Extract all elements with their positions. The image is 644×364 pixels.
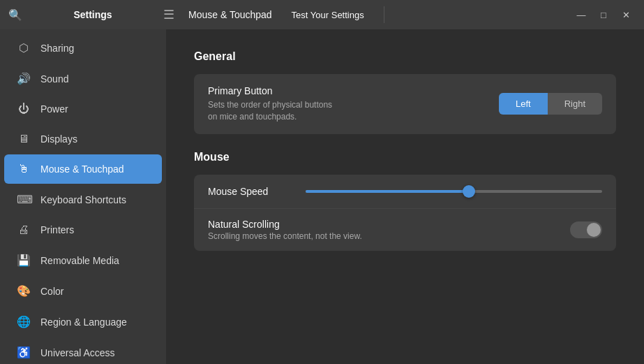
- close-button[interactable]: ✕: [616, 5, 636, 24]
- sidebar-item-sound[interactable]: 🔊Sound: [4, 64, 162, 94]
- natural-scrolling-info: Natural Scrolling Scrolling moves the co…: [208, 219, 570, 241]
- primary-button-label: Primary Button: [208, 85, 485, 96]
- displays-label: Displays: [40, 133, 77, 145]
- color-label: Color: [40, 286, 63, 297]
- maximize-button[interactable]: □: [594, 5, 613, 24]
- right-button[interactable]: Right: [548, 93, 602, 115]
- titlebar-left: 🔍 Settings ☰: [8, 7, 174, 22]
- sidebar-item-universal-access[interactable]: ♿Universal Access: [4, 337, 162, 364]
- primary-button-card: Primary Button Sets the order of physica…: [194, 74, 616, 134]
- sidebar-item-region-language[interactable]: 🌐Region & Language: [4, 307, 162, 337]
- sidebar: ⬡Sharing🔊Sound⏻Power🖥Displays🖱Mouse & To…: [0, 29, 166, 364]
- keyboard-shortcuts-icon: ⌨: [17, 193, 31, 206]
- minimize-button[interactable]: —: [571, 5, 591, 24]
- main-layout: ⬡Sharing🔊Sound⏻Power🖥Displays🖱Mouse & To…: [0, 29, 644, 364]
- sidebar-item-color[interactable]: 🎨Color: [4, 276, 162, 306]
- mouse-card: Mouse Speed Natural Scrolling Scrolling …: [194, 175, 616, 251]
- primary-button-toggle: Left Right: [499, 93, 602, 115]
- printers-icon: 🖨: [17, 224, 31, 236]
- toggle-knob: [587, 223, 601, 237]
- sidebar-item-keyboard-shortcuts[interactable]: ⌨Keyboard Shortcuts: [4, 184, 162, 214]
- mouse-section-title: Mouse: [194, 151, 616, 163]
- content-area: General Primary Button Sets the order of…: [166, 29, 644, 364]
- sidebar-item-sharing[interactable]: ⬡Sharing: [4, 33, 162, 63]
- mouse-speed-track: [306, 190, 602, 193]
- removable-media-icon: 💾: [17, 254, 31, 267]
- keyboard-shortcuts-label: Keyboard Shortcuts: [40, 194, 126, 205]
- sidebar-item-mouse-touchpad[interactable]: 🖱Mouse & Touchpad: [4, 154, 162, 184]
- mouse-speed-slider-container: [306, 190, 602, 193]
- sharing-label: Sharing: [40, 43, 74, 54]
- sidebar-item-removable-media[interactable]: 💾Removable Media: [4, 245, 162, 275]
- color-icon: 🎨: [17, 284, 31, 298]
- left-button[interactable]: Left: [499, 93, 548, 115]
- sidebar-item-power[interactable]: ⏻Power: [4, 94, 162, 124]
- mouse-touchpad-icon: 🖱: [17, 163, 31, 175]
- mouse-speed-fill: [306, 190, 469, 193]
- power-label: Power: [40, 103, 68, 115]
- sidebar-item-displays[interactable]: 🖥Displays: [4, 124, 162, 154]
- natural-scrolling-toggle[interactable]: [570, 221, 602, 238]
- natural-scrolling-row: Natural Scrolling Scrolling moves the co…: [194, 208, 616, 251]
- sound-label: Sound: [40, 73, 68, 85]
- mouse-speed-row: Mouse Speed: [194, 175, 616, 208]
- natural-scrolling-desc: Scrolling moves the content, not the vie…: [208, 231, 570, 241]
- removable-media-label: Removable Media: [40, 255, 119, 266]
- power-icon: ⏻: [17, 103, 31, 115]
- general-section-title: General: [194, 50, 616, 63]
- test-settings-button[interactable]: Test Your Settings: [286, 7, 370, 23]
- mouse-speed-thumb[interactable]: [463, 185, 475, 198]
- sidebar-item-printers[interactable]: 🖨Printers: [4, 215, 162, 245]
- displays-icon: 🖥: [17, 133, 31, 145]
- sound-icon: 🔊: [17, 72, 31, 85]
- titlebar: 🔍 Settings ☰ Mouse & Touchpad Test Your …: [0, 0, 644, 29]
- titlebar-divider: [384, 6, 384, 23]
- region-language-label: Region & Language: [40, 316, 127, 328]
- primary-button-info: Primary Button Sets the order of physica…: [208, 85, 485, 123]
- window-controls: — □ ✕: [571, 5, 636, 24]
- search-icon[interactable]: 🔍: [8, 8, 22, 22]
- universal-access-label: Universal Access: [40, 347, 115, 358]
- menu-icon[interactable]: ☰: [163, 7, 174, 22]
- primary-button-row: Primary Button Sets the order of physica…: [194, 74, 616, 134]
- app-title: Settings: [29, 9, 156, 20]
- universal-access-icon: ♿: [17, 346, 31, 359]
- mouse-touchpad-label: Mouse & Touchpad: [40, 163, 124, 175]
- titlebar-center: Mouse & Touchpad Test Your Settings: [174, 6, 571, 23]
- mouse-speed-label: Mouse Speed: [208, 186, 306, 197]
- region-language-icon: 🌐: [17, 315, 31, 328]
- page-title: Mouse & Touchpad: [188, 9, 272, 20]
- natural-scrolling-label: Natural Scrolling: [208, 219, 570, 230]
- primary-button-desc: Sets the order of physical buttonson mic…: [208, 99, 485, 123]
- sharing-icon: ⬡: [17, 41, 31, 54]
- printers-label: Printers: [40, 224, 74, 235]
